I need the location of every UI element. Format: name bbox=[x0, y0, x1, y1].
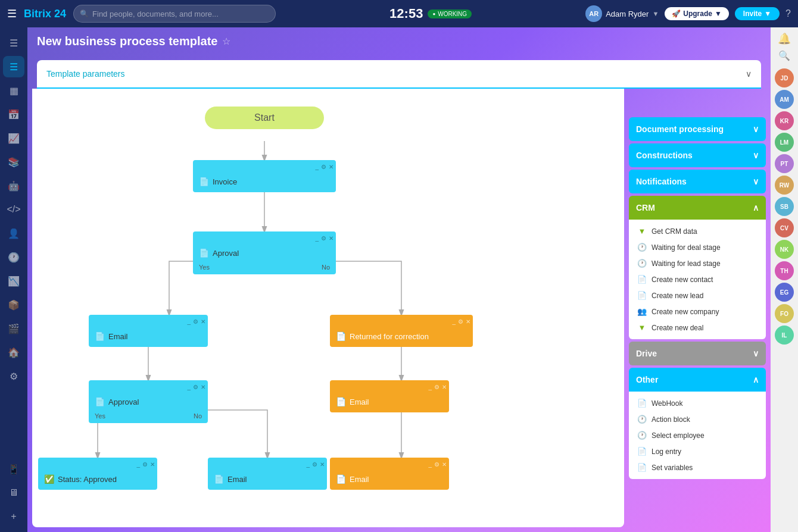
template-params-chevron-icon[interactable]: ∨ bbox=[746, 69, 752, 79]
node-minimize-icon[interactable]: _ bbox=[452, 318, 456, 325]
node-close-icon[interactable]: ✕ bbox=[442, 461, 447, 468]
node-invoice[interactable]: _ ⚙ ✕ 📄 Invoice bbox=[193, 160, 336, 192]
crm-item-new-deal[interactable]: ▼ Create new deal bbox=[629, 320, 766, 336]
node-email-right-mid[interactable]: _ ⚙ ✕ 📄 Email bbox=[330, 380, 449, 412]
sidebar-item-time[interactable]: 🕐 bbox=[3, 246, 24, 268]
avatar-2[interactable]: AM bbox=[775, 90, 794, 109]
node-settings-icon[interactable]: ⚙ bbox=[434, 461, 439, 468]
avatar-7[interactable]: SB bbox=[775, 197, 794, 216]
node-approval1[interactable]: _ ⚙ ✕ 📄 Aproval Yes No bbox=[193, 231, 336, 274]
node-settings-icon[interactable]: ⚙ bbox=[312, 461, 317, 468]
user-profile[interactable]: AR Adam Ryder ▼ bbox=[585, 5, 659, 22]
node-close-icon[interactable]: ✕ bbox=[442, 384, 447, 390]
node-minimize-icon[interactable]: _ bbox=[187, 384, 191, 390]
sidebar-item-desktop[interactable]: 🖥 bbox=[3, 482, 24, 503]
other-item-action[interactable]: 🕐 Action block bbox=[629, 411, 766, 427]
node-minimize-icon[interactable]: _ bbox=[136, 461, 140, 468]
node-close-icon[interactable]: ✕ bbox=[150, 461, 155, 468]
node-approval2[interactable]: _ ⚙ ✕ 📄 Approval Yes No bbox=[89, 380, 208, 423]
node-email-bot-mid[interactable]: _ ⚙ ✕ 📄 Email bbox=[208, 458, 327, 490]
upgrade-button[interactable]: 🚀 Upgrade ▼ bbox=[665, 7, 729, 20]
notification-bell-icon[interactable]: 🔔 bbox=[778, 32, 791, 45]
panel-header-notif[interactable]: Notifications ∨ bbox=[629, 170, 766, 193]
sidebar-item-inventory[interactable]: 📦 bbox=[3, 294, 24, 315]
avatar-9[interactable]: NK bbox=[775, 240, 794, 259]
sidebar-item-users[interactable]: 👤 bbox=[3, 223, 24, 244]
sidebar-item-mobile[interactable]: 📱 bbox=[3, 458, 24, 480]
crm-item-new-company[interactable]: 👥 Create new company bbox=[629, 303, 766, 320]
avatar-4[interactable]: LM bbox=[775, 133, 794, 152]
avatar-12[interactable]: FO bbox=[775, 304, 794, 323]
node-close-icon[interactable]: ✕ bbox=[320, 461, 325, 468]
sidebar-item-office[interactable]: 🏠 bbox=[3, 342, 24, 363]
menu-icon[interactable]: ☰ bbox=[7, 7, 17, 20]
panel-header-drive[interactable]: Drive ∨ bbox=[629, 342, 766, 365]
avatar-8[interactable]: CV bbox=[775, 218, 794, 237]
node-settings-icon[interactable]: ⚙ bbox=[321, 235, 326, 242]
sidebar-item-tasks[interactable]: ☰ bbox=[3, 56, 24, 77]
help-icon[interactable]: ? bbox=[785, 8, 791, 19]
crm-item-get-data[interactable]: ▼ Get CRM data bbox=[629, 223, 766, 239]
avatar-13[interactable]: IL bbox=[775, 326, 794, 345]
search-right-icon[interactable]: 🔍 bbox=[778, 50, 790, 61]
invite-button[interactable]: Invite ▼ bbox=[735, 7, 780, 20]
sidebar-item-code[interactable]: </> bbox=[3, 199, 24, 220]
working-status[interactable]: ● WORKING bbox=[428, 10, 472, 18]
node-close-icon[interactable]: ✕ bbox=[329, 235, 333, 242]
sidebar-item-docs[interactable]: 📚 bbox=[3, 151, 24, 173]
node-settings-icon[interactable]: ⚙ bbox=[142, 461, 148, 468]
avatar-6[interactable]: RW bbox=[775, 176, 794, 195]
node-minimize-icon[interactable]: _ bbox=[306, 461, 310, 468]
node-settings-icon[interactable]: ⚙ bbox=[193, 318, 198, 325]
node-close-icon[interactable]: ✕ bbox=[466, 318, 470, 325]
other-item-variables[interactable]: 📄 Set variables bbox=[629, 459, 766, 475]
crm-item-wait-lead[interactable]: 🕐 Waiting for lead stage bbox=[629, 255, 766, 271]
workflow-diagram[interactable]: Start _ ⚙ ✕ 📄 Invoice bbox=[32, 89, 624, 527]
other-item-webhook[interactable]: 📄 WebHook bbox=[629, 395, 766, 411]
node-close-icon[interactable]: ✕ bbox=[329, 164, 333, 170]
node-returned[interactable]: _ ⚙ ✕ 📄 Returned for correction bbox=[330, 315, 473, 347]
sidebar-item-analytics[interactable]: 📈 bbox=[3, 127, 24, 149]
sidebar-item-settings[interactable]: ⚙ bbox=[3, 365, 24, 387]
node-minimize-icon[interactable]: _ bbox=[428, 461, 432, 468]
node-settings-icon[interactable]: ⚙ bbox=[321, 164, 326, 170]
crm-item-wait-deal[interactable]: 🕐 Waiting for deal stage bbox=[629, 239, 766, 255]
node-close-icon[interactable]: ✕ bbox=[201, 318, 205, 325]
sidebar-item-video[interactable]: 🎬 bbox=[3, 318, 24, 339]
node-settings-icon[interactable]: ⚙ bbox=[458, 318, 463, 325]
node-minimize-icon[interactable]: _ bbox=[187, 318, 191, 325]
avatar-1[interactable]: JD bbox=[775, 68, 794, 87]
sidebar-item-calendar[interactable]: 📅 bbox=[3, 104, 24, 125]
panel-header-const[interactable]: Constructions ∨ bbox=[629, 143, 766, 167]
panel-header-doc[interactable]: Document processing ∨ bbox=[629, 117, 766, 141]
sidebar-item-reports[interactable]: 📉 bbox=[3, 270, 24, 292]
node-email-bot-right[interactable]: _ ⚙ ✕ 📄 Email bbox=[330, 458, 449, 490]
node-start[interactable]: Start bbox=[205, 107, 324, 129]
node-minimize-icon[interactable]: _ bbox=[315, 235, 319, 242]
crm-item-new-lead[interactable]: 📄 Create new lead bbox=[629, 287, 766, 303]
avatar-11[interactable]: EG bbox=[775, 283, 794, 302]
sidebar-item-bot[interactable]: 🤖 bbox=[3, 175, 24, 196]
panel-header-crm[interactable]: CRM ∧ bbox=[629, 196, 766, 220]
search-bar[interactable]: 🔍 bbox=[73, 5, 276, 23]
node-settings-icon[interactable]: ⚙ bbox=[193, 384, 198, 390]
node-settings-icon[interactable]: ⚙ bbox=[434, 384, 439, 390]
avatar-10[interactable]: TH bbox=[775, 261, 794, 280]
node-minimize-icon[interactable]: _ bbox=[428, 384, 432, 390]
node-minimize-icon[interactable]: _ bbox=[315, 164, 319, 170]
sidebar-item-add[interactable]: + bbox=[3, 506, 24, 527]
crm-item-new-contact[interactable]: 📄 Create new contact bbox=[629, 271, 766, 287]
avatar-5[interactable]: PT bbox=[775, 154, 794, 173]
sidebar-item-menu[interactable]: ☰ bbox=[3, 32, 24, 54]
avatar-3[interactable]: KR bbox=[775, 111, 794, 130]
panel-header-other[interactable]: Other ∧ bbox=[629, 368, 766, 392]
star-icon[interactable]: ☆ bbox=[222, 36, 230, 47]
search-input[interactable] bbox=[92, 10, 269, 18]
node-email-left[interactable]: _ ⚙ ✕ 📄 Email bbox=[89, 315, 208, 347]
sidebar-item-dashboard[interactable]: ▦ bbox=[3, 80, 24, 101]
node-header: _ ⚙ ✕ bbox=[89, 380, 208, 393]
other-item-log[interactable]: 📄 Log entry bbox=[629, 443, 766, 459]
other-item-select-employee[interactable]: 🕐 Select employee bbox=[629, 427, 766, 443]
node-status-approved[interactable]: _ ⚙ ✕ ✅ Status: Approved bbox=[38, 458, 157, 490]
node-close-icon[interactable]: ✕ bbox=[201, 384, 205, 390]
